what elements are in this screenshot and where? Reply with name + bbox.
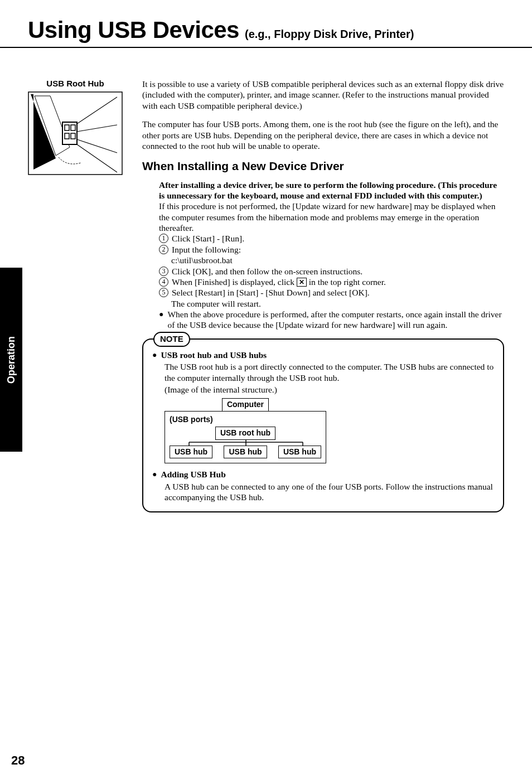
diagram-hub-row: USB hub USB hub USB hub	[170, 446, 321, 459]
step-4: 4 When [Finished] is displayed, click ✕ …	[159, 277, 504, 287]
title-divider	[0, 47, 532, 48]
step-2: 2 Input the following:	[159, 244, 504, 255]
note-item-1-p1: The USB root hub is a port directly conn…	[152, 361, 494, 383]
content-row: USB Root Hub It	[28, 79, 504, 512]
note-item-1: ● USB root hub and USB hubs	[152, 350, 494, 360]
note-item-2-p: A USB hub can be connected to any one of…	[152, 481, 494, 503]
note-label: NOTE	[153, 332, 190, 347]
page-number: 28	[11, 753, 25, 768]
step-number-icon: 1	[159, 234, 168, 243]
step-number-icon: 2	[159, 245, 168, 254]
step-5-note: The computer will restart.	[159, 298, 504, 309]
procedure-bullet-text: When the above procedure is performed, a…	[167, 309, 504, 331]
diagram-hub-box: USB hub	[278, 446, 321, 459]
page-subtitle: (e.g., Floppy Disk Drive, Printer)	[245, 28, 414, 41]
note-box: NOTE ● USB root hub and USB hubs The USB…	[142, 338, 504, 513]
usb-structure-diagram: Computer (USB ports) USB root hub	[165, 398, 326, 463]
intro-paragraph-2: The computer has four USB ports. Among t…	[142, 119, 504, 151]
usb-root-hub-illustration	[28, 91, 123, 175]
page: Using USB Devices (e.g., Floppy Disk Dri…	[0, 0, 532, 512]
diagram-connectors	[170, 440, 321, 446]
intro-paragraph-1: It is possible to use a variety of USB c…	[142, 79, 504, 111]
step-3-text: Click [OK], and then follow the on-scree…	[172, 266, 362, 277]
diagram-hub-box: USB hub	[170, 446, 212, 459]
note-item-2-title: Adding USB Hub	[161, 469, 225, 480]
step-4b: in the top right corner.	[307, 277, 386, 287]
step-1: 1 Click [Start] - [Run].	[159, 233, 504, 244]
step-2-path: c:\util\usbroot.bat	[159, 255, 504, 265]
procedure-lead: After installing a device driver, be sur…	[159, 180, 504, 201]
note-item-1-title: USB root hub and USB hubs	[161, 350, 267, 360]
procedure-block: After installing a device driver, be sur…	[142, 180, 504, 331]
step-number-icon: 5	[159, 288, 168, 297]
note-item-2: ● Adding USB Hub	[152, 469, 494, 480]
diagram-ports-label: (USB ports)	[170, 415, 321, 425]
diagram-computer-box: Computer	[222, 398, 269, 412]
page-title: Using USB Devices	[28, 17, 239, 43]
left-column: USB Root Hub	[28, 79, 123, 512]
step-number-icon: 4	[159, 277, 168, 287]
step-1-text: Click [Start] - [Run].	[172, 233, 244, 244]
svg-line-6	[77, 97, 117, 124]
svg-line-8	[77, 139, 117, 153]
step-number-icon: 3	[159, 267, 168, 276]
right-column: It is possible to use a variety of USB c…	[142, 79, 504, 512]
bullet-icon: ●	[159, 309, 163, 331]
procedure-warning: If this procedure is not performed, the …	[159, 201, 504, 233]
procedure-bullet: ● When the above procedure is performed,…	[159, 309, 504, 331]
diagram-hub-box: USB hub	[224, 446, 267, 459]
title-row: Using USB Devices (e.g., Floppy Disk Dri…	[28, 17, 504, 43]
step-5-text: Select [Restart] in [Start] - [Shut Down…	[172, 287, 370, 298]
step-2-text: Input the following:	[172, 244, 241, 255]
diagram-root-hub-box: USB root hub	[215, 427, 275, 440]
note-item-1-p2: (Image of the internal structure.)	[152, 384, 494, 395]
bullet-icon: ●	[152, 350, 157, 360]
step-4-text: When [Finished] is displayed, click ✕ in…	[172, 277, 386, 287]
close-icon: ✕	[297, 278, 307, 287]
step-5: 5 Select [Restart] in [Start] - [Shut Do…	[159, 287, 504, 298]
section-heading: When Installing a New Device Driver	[142, 159, 504, 173]
step-4a: When [Finished] is displayed, click	[172, 277, 297, 287]
svg-line-9	[77, 144, 117, 172]
svg-line-7	[77, 125, 117, 132]
diagram-ports-box: (USB ports) USB root hub	[165, 411, 326, 464]
figure-caption: USB Root Hub	[28, 79, 123, 88]
bullet-icon: ●	[152, 469, 157, 480]
step-3: 3 Click [OK], and then follow the on-scr…	[159, 266, 504, 277]
